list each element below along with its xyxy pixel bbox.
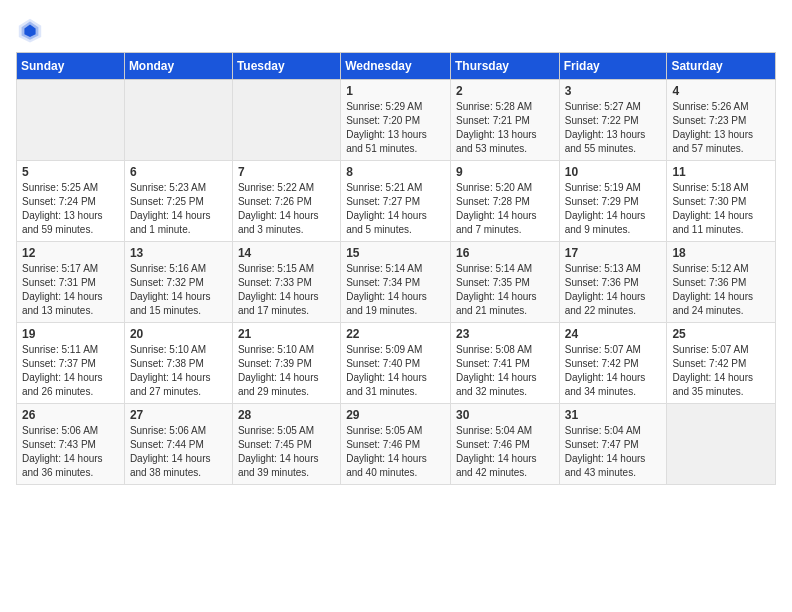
day-number: 20 [130, 327, 227, 341]
day-number: 6 [130, 165, 227, 179]
calendar-week-row: 19Sunrise: 5:11 AMSunset: 7:37 PMDayligh… [17, 323, 776, 404]
day-info: Sunrise: 5:14 AMSunset: 7:34 PMDaylight:… [346, 262, 445, 318]
calendar-cell: 19Sunrise: 5:11 AMSunset: 7:37 PMDayligh… [17, 323, 125, 404]
day-info: Sunrise: 5:04 AMSunset: 7:47 PMDaylight:… [565, 424, 662, 480]
calendar-cell: 23Sunrise: 5:08 AMSunset: 7:41 PMDayligh… [450, 323, 559, 404]
day-number: 1 [346, 84, 445, 98]
page-header [16, 16, 776, 44]
calendar-cell: 20Sunrise: 5:10 AMSunset: 7:38 PMDayligh… [124, 323, 232, 404]
day-number: 25 [672, 327, 770, 341]
day-number: 10 [565, 165, 662, 179]
day-number: 27 [130, 408, 227, 422]
calendar-cell [232, 80, 340, 161]
calendar-cell: 2Sunrise: 5:28 AMSunset: 7:21 PMDaylight… [450, 80, 559, 161]
calendar-cell: 14Sunrise: 5:15 AMSunset: 7:33 PMDayligh… [232, 242, 340, 323]
day-number: 5 [22, 165, 119, 179]
day-info: Sunrise: 5:04 AMSunset: 7:46 PMDaylight:… [456, 424, 554, 480]
day-info: Sunrise: 5:10 AMSunset: 7:39 PMDaylight:… [238, 343, 335, 399]
day-number: 4 [672, 84, 770, 98]
calendar-week-row: 1Sunrise: 5:29 AMSunset: 7:20 PMDaylight… [17, 80, 776, 161]
calendar-cell: 18Sunrise: 5:12 AMSunset: 7:36 PMDayligh… [667, 242, 776, 323]
day-info: Sunrise: 5:16 AMSunset: 7:32 PMDaylight:… [130, 262, 227, 318]
day-number: 12 [22, 246, 119, 260]
day-info: Sunrise: 5:20 AMSunset: 7:28 PMDaylight:… [456, 181, 554, 237]
day-number: 14 [238, 246, 335, 260]
day-info: Sunrise: 5:27 AMSunset: 7:22 PMDaylight:… [565, 100, 662, 156]
day-info: Sunrise: 5:08 AMSunset: 7:41 PMDaylight:… [456, 343, 554, 399]
day-info: Sunrise: 5:09 AMSunset: 7:40 PMDaylight:… [346, 343, 445, 399]
calendar-cell: 24Sunrise: 5:07 AMSunset: 7:42 PMDayligh… [559, 323, 667, 404]
calendar-week-row: 26Sunrise: 5:06 AMSunset: 7:43 PMDayligh… [17, 404, 776, 485]
day-info: Sunrise: 5:05 AMSunset: 7:45 PMDaylight:… [238, 424, 335, 480]
day-info: Sunrise: 5:23 AMSunset: 7:25 PMDaylight:… [130, 181, 227, 237]
day-number: 2 [456, 84, 554, 98]
day-info: Sunrise: 5:13 AMSunset: 7:36 PMDaylight:… [565, 262, 662, 318]
day-info: Sunrise: 5:12 AMSunset: 7:36 PMDaylight:… [672, 262, 770, 318]
calendar-cell: 7Sunrise: 5:22 AMSunset: 7:26 PMDaylight… [232, 161, 340, 242]
calendar-cell: 22Sunrise: 5:09 AMSunset: 7:40 PMDayligh… [341, 323, 451, 404]
day-number: 26 [22, 408, 119, 422]
day-number: 18 [672, 246, 770, 260]
calendar-cell: 9Sunrise: 5:20 AMSunset: 7:28 PMDaylight… [450, 161, 559, 242]
calendar-cell: 1Sunrise: 5:29 AMSunset: 7:20 PMDaylight… [341, 80, 451, 161]
day-info: Sunrise: 5:14 AMSunset: 7:35 PMDaylight:… [456, 262, 554, 318]
calendar-cell: 30Sunrise: 5:04 AMSunset: 7:46 PMDayligh… [450, 404, 559, 485]
day-info: Sunrise: 5:17 AMSunset: 7:31 PMDaylight:… [22, 262, 119, 318]
calendar-cell: 17Sunrise: 5:13 AMSunset: 7:36 PMDayligh… [559, 242, 667, 323]
weekday-header-thursday: Thursday [450, 53, 559, 80]
day-info: Sunrise: 5:07 AMSunset: 7:42 PMDaylight:… [672, 343, 770, 399]
calendar-week-row: 5Sunrise: 5:25 AMSunset: 7:24 PMDaylight… [17, 161, 776, 242]
calendar-cell: 6Sunrise: 5:23 AMSunset: 7:25 PMDaylight… [124, 161, 232, 242]
calendar-cell: 12Sunrise: 5:17 AMSunset: 7:31 PMDayligh… [17, 242, 125, 323]
calendar-cell: 5Sunrise: 5:25 AMSunset: 7:24 PMDaylight… [17, 161, 125, 242]
day-number: 7 [238, 165, 335, 179]
day-info: Sunrise: 5:26 AMSunset: 7:23 PMDaylight:… [672, 100, 770, 156]
day-info: Sunrise: 5:05 AMSunset: 7:46 PMDaylight:… [346, 424, 445, 480]
calendar-cell: 16Sunrise: 5:14 AMSunset: 7:35 PMDayligh… [450, 242, 559, 323]
logo [16, 16, 48, 44]
day-info: Sunrise: 5:19 AMSunset: 7:29 PMDaylight:… [565, 181, 662, 237]
day-number: 22 [346, 327, 445, 341]
calendar-cell: 15Sunrise: 5:14 AMSunset: 7:34 PMDayligh… [341, 242, 451, 323]
calendar-header-row: SundayMondayTuesdayWednesdayThursdayFrid… [17, 53, 776, 80]
calendar-cell: 21Sunrise: 5:10 AMSunset: 7:39 PMDayligh… [232, 323, 340, 404]
day-number: 9 [456, 165, 554, 179]
day-number: 30 [456, 408, 554, 422]
logo-icon [16, 16, 44, 44]
calendar-cell: 11Sunrise: 5:18 AMSunset: 7:30 PMDayligh… [667, 161, 776, 242]
day-info: Sunrise: 5:11 AMSunset: 7:37 PMDaylight:… [22, 343, 119, 399]
day-number: 31 [565, 408, 662, 422]
day-number: 19 [22, 327, 119, 341]
day-info: Sunrise: 5:06 AMSunset: 7:43 PMDaylight:… [22, 424, 119, 480]
weekday-header-sunday: Sunday [17, 53, 125, 80]
day-info: Sunrise: 5:29 AMSunset: 7:20 PMDaylight:… [346, 100, 445, 156]
calendar-cell [124, 80, 232, 161]
day-info: Sunrise: 5:25 AMSunset: 7:24 PMDaylight:… [22, 181, 119, 237]
weekday-header-friday: Friday [559, 53, 667, 80]
day-number: 8 [346, 165, 445, 179]
day-info: Sunrise: 5:06 AMSunset: 7:44 PMDaylight:… [130, 424, 227, 480]
calendar-cell: 26Sunrise: 5:06 AMSunset: 7:43 PMDayligh… [17, 404, 125, 485]
day-number: 3 [565, 84, 662, 98]
day-number: 21 [238, 327, 335, 341]
weekday-header-saturday: Saturday [667, 53, 776, 80]
weekday-header-tuesday: Tuesday [232, 53, 340, 80]
calendar-cell: 29Sunrise: 5:05 AMSunset: 7:46 PMDayligh… [341, 404, 451, 485]
day-info: Sunrise: 5:28 AMSunset: 7:21 PMDaylight:… [456, 100, 554, 156]
calendar-cell: 4Sunrise: 5:26 AMSunset: 7:23 PMDaylight… [667, 80, 776, 161]
day-info: Sunrise: 5:21 AMSunset: 7:27 PMDaylight:… [346, 181, 445, 237]
weekday-header-wednesday: Wednesday [341, 53, 451, 80]
calendar-cell: 28Sunrise: 5:05 AMSunset: 7:45 PMDayligh… [232, 404, 340, 485]
day-info: Sunrise: 5:15 AMSunset: 7:33 PMDaylight:… [238, 262, 335, 318]
calendar-cell: 31Sunrise: 5:04 AMSunset: 7:47 PMDayligh… [559, 404, 667, 485]
calendar-cell: 13Sunrise: 5:16 AMSunset: 7:32 PMDayligh… [124, 242, 232, 323]
day-info: Sunrise: 5:07 AMSunset: 7:42 PMDaylight:… [565, 343, 662, 399]
calendar-week-row: 12Sunrise: 5:17 AMSunset: 7:31 PMDayligh… [17, 242, 776, 323]
calendar-table: SundayMondayTuesdayWednesdayThursdayFrid… [16, 52, 776, 485]
calendar-cell: 3Sunrise: 5:27 AMSunset: 7:22 PMDaylight… [559, 80, 667, 161]
day-number: 13 [130, 246, 227, 260]
day-number: 17 [565, 246, 662, 260]
calendar-cell: 10Sunrise: 5:19 AMSunset: 7:29 PMDayligh… [559, 161, 667, 242]
day-number: 23 [456, 327, 554, 341]
day-number: 15 [346, 246, 445, 260]
